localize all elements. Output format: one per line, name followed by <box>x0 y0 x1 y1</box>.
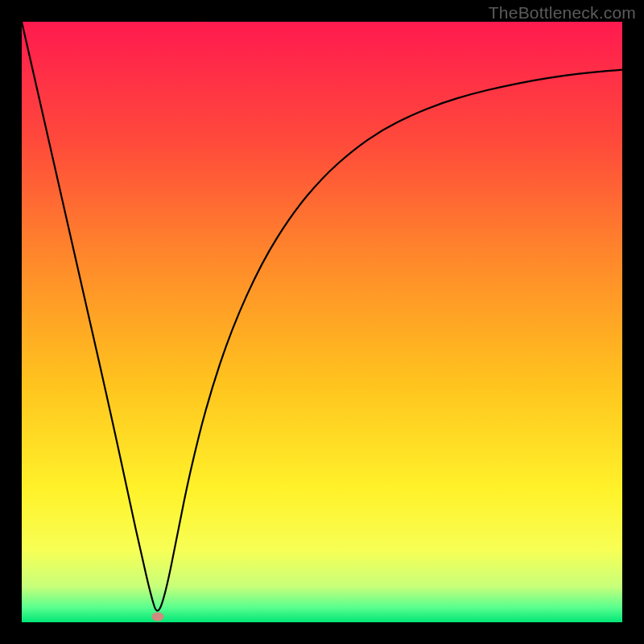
chart-frame: TheBottleneck.com <box>0 0 644 644</box>
watermark-label: TheBottleneck.com <box>489 3 636 23</box>
plot-area <box>22 22 622 622</box>
minimum-marker <box>151 612 163 621</box>
bottleneck-curve <box>22 22 622 611</box>
curve-layer <box>22 22 622 622</box>
